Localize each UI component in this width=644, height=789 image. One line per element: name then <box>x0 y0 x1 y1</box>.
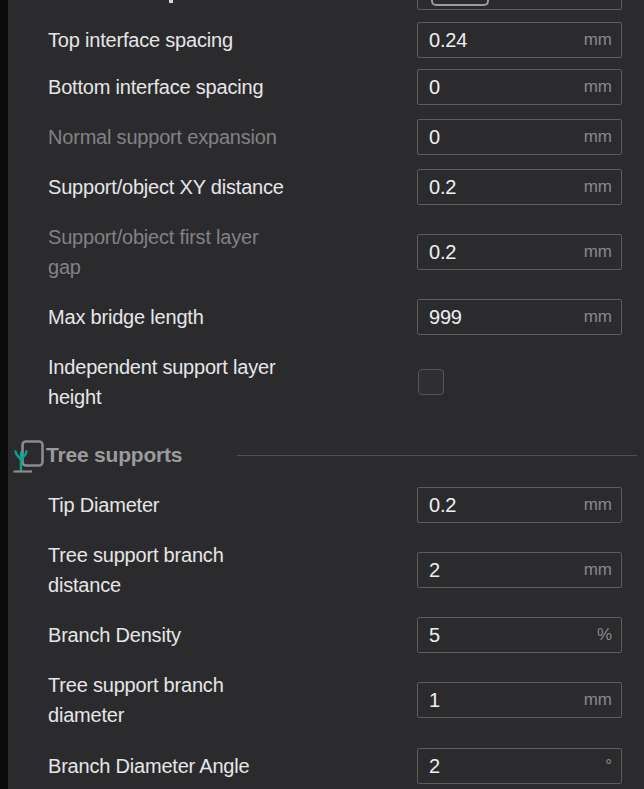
panel-left-edge <box>0 0 8 789</box>
normal-support-expansion-field: mm <box>417 119 622 155</box>
interface-pattern-select[interactable] <box>417 0 622 10</box>
section-divider <box>237 455 637 456</box>
unit-label: mm <box>584 127 612 147</box>
tree-supports-section-header: Tree supports <box>8 438 644 472</box>
setting-label: Independent support layer height <box>48 352 393 412</box>
setting-row-normal-support-expansion: Normal support expansion mm <box>8 119 644 155</box>
bottom-interface-spacing-input[interactable] <box>418 70 579 104</box>
support-settings-panel: Top interface spacing mm Bottom interfac… <box>8 0 644 789</box>
setting-label: Tip Diameter <box>48 490 393 520</box>
unit-label: mm <box>584 77 612 97</box>
setting-row-independent-support-layer-height: Independent support layer height <box>8 352 644 412</box>
normal-support-expansion-input[interactable] <box>418 120 579 154</box>
unit-label: mm <box>584 307 612 327</box>
tree-support-branch-distance-field: mm <box>417 552 622 588</box>
interface-pattern-icon <box>431 0 489 6</box>
setting-label: Branch Density <box>48 620 393 650</box>
setting-label: Top interface spacing <box>48 25 393 55</box>
setting-label: Tree support branch distance <box>48 540 393 600</box>
branch-density-input[interactable] <box>418 618 579 652</box>
section-title: Tree supports <box>46 443 182 467</box>
unit-label: mm <box>584 495 612 515</box>
setting-label: Tree support branch diameter <box>48 670 393 730</box>
setting-label: Bottom interface spacing <box>48 72 393 102</box>
setting-row-tree-support-branch-diameter: Tree support branch diameter mm <box>8 670 644 730</box>
unit-label: mm <box>584 242 612 262</box>
support-object-xy-distance-input[interactable] <box>418 170 579 204</box>
setting-row-bottom-interface-spacing: Bottom interface spacing mm <box>8 69 644 105</box>
setting-row-tree-support-branch-distance: Tree support branch distance mm <box>8 540 644 600</box>
top-interface-spacing-input[interactable] <box>418 23 579 57</box>
setting-row-branch-diameter-angle: Branch Diameter Angle ° <box>8 748 644 784</box>
tree-supports-icon <box>12 439 46 473</box>
tree-support-branch-diameter-field: mm <box>417 682 622 718</box>
setting-row-support-object-first-layer-gap: Support/object first layer gap mm <box>8 222 644 282</box>
unit-label: mm <box>584 560 612 580</box>
tree-support-branch-distance-input[interactable] <box>418 553 579 587</box>
setting-row-support-object-xy-distance: Support/object XY distance mm <box>8 169 644 205</box>
setting-label: Support/object first layer gap <box>48 222 393 282</box>
max-bridge-length-field: mm <box>417 299 622 335</box>
setting-row-clipped <box>8 0 644 10</box>
unit-label: mm <box>584 177 612 197</box>
support-object-xy-distance-field: mm <box>417 169 622 205</box>
setting-row-max-bridge-length: Max bridge length mm <box>8 299 644 335</box>
branch-diameter-angle-input[interactable] <box>418 749 579 783</box>
setting-label: Normal support expansion <box>48 122 393 152</box>
setting-row-tip-diameter: Tip Diameter mm <box>8 487 644 523</box>
setting-label: Support/object XY distance <box>48 172 393 202</box>
tip-diameter-field: mm <box>417 487 622 523</box>
branch-density-field: % <box>417 617 622 653</box>
setting-label: Branch Diameter Angle <box>48 751 393 781</box>
tip-diameter-input[interactable] <box>418 488 579 522</box>
unit-label: mm <box>584 30 612 50</box>
max-bridge-length-input[interactable] <box>418 300 579 334</box>
branch-diameter-angle-field: ° <box>417 748 622 784</box>
setting-row-top-interface-spacing: Top interface spacing mm <box>8 22 644 58</box>
support-object-first-layer-gap-input[interactable] <box>418 235 579 269</box>
setting-row-branch-density: Branch Density % <box>8 617 644 653</box>
top-interface-spacing-field: mm <box>417 22 622 58</box>
bottom-interface-spacing-field: mm <box>417 69 622 105</box>
unit-label: % <box>597 625 612 645</box>
unit-label: mm <box>584 690 612 710</box>
setting-label: Max bridge length <box>48 302 393 332</box>
unit-label: ° <box>605 756 612 776</box>
tree-support-branch-diameter-input[interactable] <box>418 683 579 717</box>
independent-support-layer-height-checkbox[interactable] <box>418 369 444 395</box>
support-object-first-layer-gap-field: mm <box>417 234 622 270</box>
